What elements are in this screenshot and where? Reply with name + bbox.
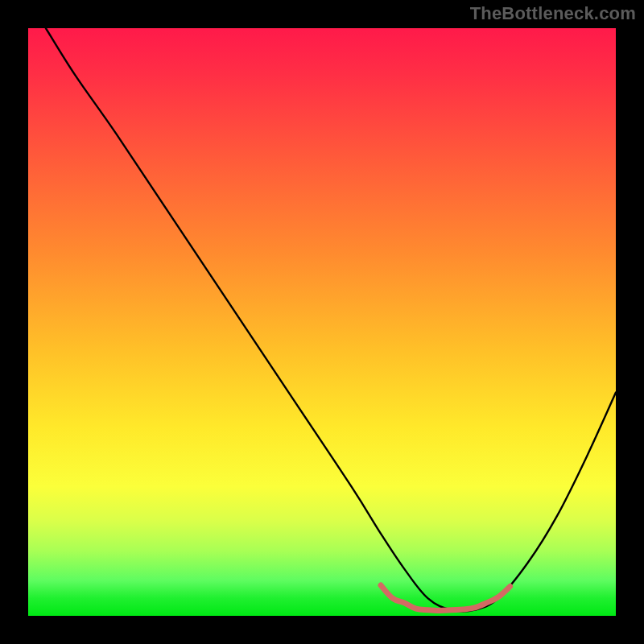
chart-frame: TheBottleneck.com (0, 0, 644, 644)
curve-layer (28, 28, 616, 616)
bottleneck-curve (46, 28, 616, 612)
optimal-range-marker (381, 585, 510, 610)
plot-area (28, 28, 616, 616)
watermark-text: TheBottleneck.com (470, 3, 636, 24)
